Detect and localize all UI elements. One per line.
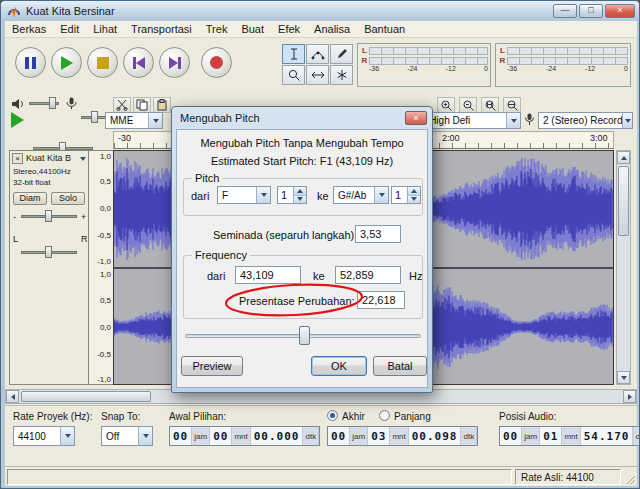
scroll-left-button[interactable] xyxy=(6,390,19,403)
record-button[interactable] xyxy=(201,47,232,78)
solo-button[interactable]: Solo xyxy=(51,192,85,205)
close-button[interactable]: × xyxy=(605,4,635,18)
skip-end-button[interactable] xyxy=(159,47,190,78)
envelope-tool-button[interactable] xyxy=(306,44,329,64)
selection-start-field[interactable]: 00jam 00mnt 00.000dtk xyxy=(169,426,320,446)
copy-button[interactable] xyxy=(133,97,151,113)
semitones-input[interactable]: 3,53 xyxy=(355,225,401,243)
length-radio[interactable] xyxy=(379,410,390,421)
chevron-down-icon xyxy=(148,113,162,128)
scale-label: 1,0 xyxy=(100,152,111,161)
multi-tool-button[interactable] xyxy=(330,65,353,85)
audio-position-label: Posisi Audio: xyxy=(499,411,556,422)
menu-item-trek[interactable]: Trek xyxy=(199,22,235,36)
vertical-scroll-thumb[interactable] xyxy=(618,166,629,236)
paste-button[interactable] xyxy=(153,97,171,113)
play-at-speed-button[interactable] xyxy=(11,112,24,128)
scale-label: 0,0 xyxy=(100,204,111,213)
cut-button[interactable] xyxy=(113,97,131,113)
spin-down-icon xyxy=(294,196,306,204)
end-radio-label[interactable]: Akhir xyxy=(342,411,365,422)
dialog-close-button[interactable]: × xyxy=(405,111,427,125)
draw-tool-button[interactable] xyxy=(330,44,353,64)
track-menu-chevron-down-icon[interactable] xyxy=(80,157,86,161)
menu-item-analisa[interactable]: Analisa xyxy=(307,22,357,36)
stop-button[interactable] xyxy=(87,47,118,78)
scale-label: 0,0 xyxy=(100,323,111,332)
resize-grip[interactable] xyxy=(626,475,636,485)
recording-meter[interactable]: L R -36-24-120 xyxy=(495,43,631,87)
pause-button[interactable] xyxy=(15,47,46,78)
gain-minus-label: - xyxy=(13,212,16,222)
dialog-title-bar[interactable]: Mengubah Pitch xyxy=(172,107,432,129)
pan-thumb[interactable] xyxy=(45,246,52,258)
pencil-icon xyxy=(335,47,349,61)
vertical-ruler[interactable]: 1,0 0,5 0,0 -0,5 -1,0 1,0 0,5 0,0 -0,5 -… xyxy=(89,150,113,385)
spin-down-icon xyxy=(408,196,420,204)
horizontal-scroll-thumb[interactable] xyxy=(21,391,151,402)
zoom-tool-button[interactable] xyxy=(282,65,305,85)
zoom-out-button[interactable] xyxy=(459,97,477,113)
cancel-button[interactable]: Batal xyxy=(373,356,427,376)
scroll-up-button[interactable] xyxy=(617,151,630,164)
output-volume-thumb[interactable] xyxy=(49,97,56,109)
input-device-select[interactable]: 2 (Stereo) Record xyxy=(538,112,633,129)
fit-selection-icon xyxy=(484,99,497,112)
percent-slider-thumb[interactable] xyxy=(299,326,310,345)
paste-icon xyxy=(156,99,168,111)
gain-slider[interactable] xyxy=(21,209,77,223)
semitones-label: Seminada (separuh langkah): xyxy=(213,229,357,241)
scroll-down-button[interactable] xyxy=(617,371,630,384)
pitch-from-note-select[interactable]: F xyxy=(217,186,271,204)
stop-icon xyxy=(97,57,109,69)
menu-item-buat[interactable]: Buat xyxy=(234,22,271,36)
preview-button[interactable]: Preview xyxy=(181,356,243,376)
vertical-scrollbar[interactable] xyxy=(616,150,631,385)
menu-item-berkas[interactable]: Berkas xyxy=(5,22,53,36)
ok-button[interactable]: OK xyxy=(311,356,367,376)
maximize-button[interactable]: □ xyxy=(579,4,603,18)
playback-meter-scale: -36-24-120 xyxy=(367,65,490,72)
output-volume-slider[interactable] xyxy=(29,96,59,110)
input-volume-thumb[interactable] xyxy=(91,111,98,123)
selection-end-field[interactable]: 00jam 03mnt 00.098dtk xyxy=(327,426,478,446)
fit-project-button[interactable] xyxy=(503,97,521,113)
pan-slider[interactable] xyxy=(21,245,77,259)
menu-item-efek[interactable]: Efek xyxy=(271,22,307,36)
selection-tool-button[interactable] xyxy=(282,44,305,64)
title-bar[interactable]: Kuat Kita Bersinar — □ × xyxy=(1,1,640,21)
host-select[interactable]: MME xyxy=(105,112,163,129)
snap-select[interactable]: Off xyxy=(101,426,153,446)
playback-meter[interactable]: L R -36-24-120 xyxy=(357,43,491,87)
pitch-to-octave-spinner[interactable]: 1 xyxy=(391,186,421,204)
percent-slider[interactable] xyxy=(185,326,421,346)
menu-item-bantuan[interactable]: Bantuan xyxy=(357,22,412,36)
mute-button[interactable]: Diam xyxy=(13,192,47,205)
play-button[interactable] xyxy=(51,47,82,78)
chevron-down-icon xyxy=(256,187,270,203)
audio-position-field[interactable]: 00jam 01mnt 54.170dtk xyxy=(499,426,640,446)
project-rate-select[interactable]: 44100 xyxy=(13,426,75,446)
skip-end-icon xyxy=(169,57,178,69)
length-radio-label[interactable]: Panjang xyxy=(394,411,431,422)
track-close-button[interactable]: × xyxy=(12,153,23,164)
menu-item-edit[interactable]: Edit xyxy=(53,22,86,36)
dialog-title: Mengubah Pitch xyxy=(180,112,260,124)
minimize-button[interactable]: — xyxy=(553,4,577,18)
input-volume-slider[interactable] xyxy=(81,110,107,124)
end-radio[interactable] xyxy=(327,410,338,421)
pitch-from-octave-spinner[interactable]: 1 xyxy=(277,186,307,204)
skip-start-button[interactable] xyxy=(123,47,154,78)
pitch-from-label: dari xyxy=(191,190,209,202)
timeshift-tool-button[interactable] xyxy=(306,65,329,85)
pitch-to-note-select[interactable]: G#/Ab xyxy=(333,186,389,204)
status-left-panel xyxy=(7,469,512,485)
scroll-right-button[interactable] xyxy=(623,390,636,403)
fit-selection-button[interactable] xyxy=(481,97,499,113)
gain-thumb[interactable] xyxy=(45,210,52,222)
menu-item-transportasi[interactable]: Transportasi xyxy=(124,22,199,36)
zoom-in-button[interactable] xyxy=(437,97,455,113)
scissors-icon xyxy=(116,99,128,111)
record-icon xyxy=(210,56,223,69)
menu-item-lihat[interactable]: Lihat xyxy=(86,22,124,36)
